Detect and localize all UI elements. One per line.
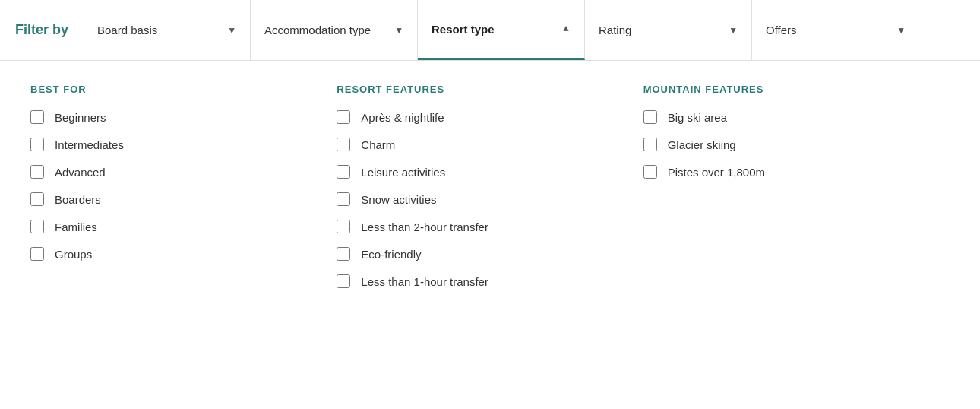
charm-item[interactable]: Charm <box>337 138 620 151</box>
advanced-label: Advanced <box>55 166 106 179</box>
less-1hour-item[interactable]: Less than 1-hour transfer <box>337 274 620 288</box>
rating-chevron: ▼ <box>729 25 738 36</box>
snow-activities-checkbox[interactable] <box>337 192 350 206</box>
snow-activities-label: Snow activities <box>361 193 436 206</box>
intermediates-label: Intermediates <box>55 138 124 151</box>
families-checkbox[interactable] <box>30 220 44 233</box>
eco-friendly-label: Eco-friendly <box>361 248 421 261</box>
glacier-skiing-checkbox[interactable] <box>643 138 657 151</box>
best-for-title: BEST FOR <box>30 84 314 95</box>
charm-label: Charm <box>361 138 395 151</box>
filter-by-label: Filter by <box>15 22 68 38</box>
apres-nightlife-item[interactable]: Après & nightlife <box>337 110 620 124</box>
leisure-activities-checkbox[interactable] <box>337 165 350 179</box>
apres-nightlife-label: Après & nightlife <box>361 111 444 124</box>
families-label: Families <box>55 220 97 233</box>
charm-checkbox[interactable] <box>337 138 350 151</box>
offers-chevron: ▼ <box>896 25 906 36</box>
board-basis-dropdown[interactable]: Board basis ▼ <box>84 0 251 60</box>
accommodation-type-chevron: ▼ <box>394 25 403 36</box>
groups-label: Groups <box>55 248 92 261</box>
boarders-checkbox[interactable] <box>30 192 44 206</box>
less-2hour-item[interactable]: Less than 2-hour transfer <box>337 220 620 233</box>
less-2hour-label: Less than 2-hour transfer <box>361 220 488 233</box>
big-ski-area-item[interactable]: Big ski area <box>643 110 927 124</box>
resort-features-column: RESORT FEATURES Après & nightlife Charm … <box>337 84 643 302</box>
accommodation-type-dropdown[interactable]: Accommodation type ▼ <box>251 0 418 60</box>
snow-activities-item[interactable]: Snow activities <box>337 192 620 206</box>
mountain-features-title: MOUNTAIN FEATURES <box>643 84 927 95</box>
boarders-label: Boarders <box>55 193 101 206</box>
rating-dropdown[interactable]: Rating ▼ <box>585 0 752 60</box>
beginners-label: Beginners <box>55 111 106 124</box>
groups-checkbox[interactable] <box>30 247 44 261</box>
pistes-over-label: Pistes over 1,800m <box>668 166 765 179</box>
rating-text: Rating <box>599 24 631 36</box>
offers-text: Offers <box>766 24 797 36</box>
resort-type-dropdown[interactable]: Resort type ▼ <box>418 0 585 60</box>
beginners-checkbox[interactable] <box>30 110 44 124</box>
boarders-item[interactable]: Boarders <box>30 192 314 206</box>
beginners-item[interactable]: Beginners <box>30 110 314 124</box>
pistes-over-item[interactable]: Pistes over 1,800m <box>643 165 927 179</box>
leisure-activities-label: Leisure activities <box>361 166 445 179</box>
eco-friendly-checkbox[interactable] <box>337 247 350 261</box>
pistes-over-checkbox[interactable] <box>643 165 657 179</box>
less-1hour-checkbox[interactable] <box>337 274 350 288</box>
leisure-activities-item[interactable]: Leisure activities <box>337 165 620 179</box>
big-ski-area-checkbox[interactable] <box>643 110 657 124</box>
board-basis-chevron: ▼ <box>227 25 236 36</box>
accommodation-type-text: Accommodation type <box>264 24 371 36</box>
intermediates-checkbox[interactable] <box>30 138 44 151</box>
mountain-features-column: MOUNTAIN FEATURES Big ski area Glacier s… <box>643 84 950 302</box>
offers-dropdown[interactable]: Offers ▼ <box>752 0 919 60</box>
less-2hour-checkbox[interactable] <box>337 220 350 233</box>
resort-features-title: RESORT FEATURES <box>337 84 620 95</box>
families-item[interactable]: Families <box>30 220 314 233</box>
advanced-checkbox[interactable] <box>30 165 44 179</box>
big-ski-area-label: Big ski area <box>668 111 727 124</box>
board-basis-text: Board basis <box>97 24 157 36</box>
dropdown-content: BEST FOR Beginners Intermediates Advance… <box>0 61 980 409</box>
filter-columns: BEST FOR Beginners Intermediates Advance… <box>30 84 950 302</box>
groups-item[interactable]: Groups <box>30 247 314 261</box>
advanced-item[interactable]: Advanced <box>30 165 314 179</box>
intermediates-item[interactable]: Intermediates <box>30 138 314 151</box>
filter-bar: Filter by Board basis ▼ Accommodation ty… <box>0 0 980 61</box>
glacier-skiing-label: Glacier skiing <box>668 138 736 151</box>
eco-friendly-item[interactable]: Eco-friendly <box>337 247 620 261</box>
less-1hour-label: Less than 1-hour transfer <box>361 275 488 288</box>
glacier-skiing-item[interactable]: Glacier skiing <box>643 138 927 151</box>
resort-type-text: Resort type <box>432 23 495 36</box>
best-for-column: BEST FOR Beginners Intermediates Advance… <box>30 84 337 302</box>
apres-nightlife-checkbox[interactable] <box>337 110 350 124</box>
resort-type-chevron: ▼ <box>561 24 571 34</box>
